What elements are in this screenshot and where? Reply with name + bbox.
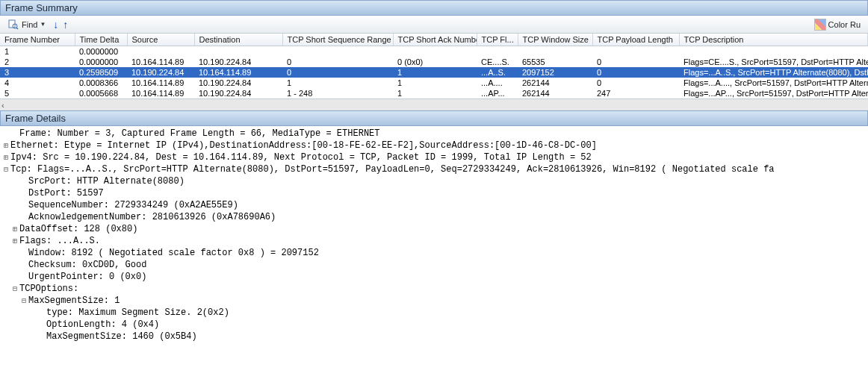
cell: 0.2598509: [75, 67, 127, 78]
expand-icon[interactable]: ⊞: [1, 140, 10, 152]
col-tcp-window[interactable]: TCP Window Size: [518, 34, 592, 46]
cell: 262144: [518, 88, 592, 98]
chevron-down-icon: ▼: [40, 21, 46, 28]
tree-line[interactable]: · Window: 8192 ( Negotiated scale factor…: [1, 247, 868, 259]
cell: 4: [0, 78, 75, 88]
tree-text: Ipv4: Src = 10.190.224.84, Dest = 10.164…: [10, 151, 592, 163]
tree-text: Window: 8192 ( Negotiated scale factor 0…: [28, 247, 319, 259]
find-next-button[interactable]: ↓: [53, 19, 58, 31]
cell: 0.0005668: [75, 88, 127, 98]
find-button[interactable]: Find ▼: [4, 18, 49, 31]
tree-line[interactable]: ⊞ Ethernet: Etype = Internet IP (IPv4),D…: [1, 140, 868, 151]
tree-line[interactable]: · MaxSegmentSize: 1460 (0x5B4): [1, 331, 868, 342]
tree-line[interactable]: ⊟ Tcp: Flags=...A..S., SrcPort=HTTP Alte…: [1, 163, 868, 175]
tree-text: Ethernet: Etype = Internet IP (IPv4),Des…: [10, 140, 597, 151]
tree-text: AcknowledgementNumber: 2810613926 (0xA78…: [28, 211, 276, 223]
cell: [679, 46, 868, 57]
color-rules-icon: [814, 19, 826, 31]
tree-text: TCPOptions:: [19, 283, 78, 295]
cell: 0: [592, 78, 679, 88]
cell: 0: [282, 67, 393, 78]
tree-text: MaxSegmentSize: 1: [28, 295, 120, 307]
cell: 2097152: [518, 67, 592, 78]
color-rules-button[interactable]: Color Ru: [811, 18, 864, 31]
tree-text: SrcPort: HTTP Alternate(8080): [28, 175, 185, 187]
col-tcp-ack[interactable]: TCP Short Ack Number: [393, 34, 477, 46]
cell: 0 (0x0): [393, 57, 477, 67]
col-source[interactable]: Source: [127, 34, 194, 46]
hscrollbar[interactable]: ‹: [0, 98, 868, 110]
expand-icon[interactable]: ⊞: [1, 152, 10, 164]
tree-line[interactable]: · Frame: Number = 3, Captured Frame Leng…: [1, 128, 868, 140]
tree-text: OptionLength: 4 (0x4): [46, 319, 159, 331]
table-row[interactable]: 20.000000010.164.114.8910.190.224.8400 (…: [0, 57, 868, 67]
collapse-icon[interactable]: ⊟: [19, 295, 28, 307]
collapse-icon[interactable]: ⊟: [1, 164, 10, 176]
frame-summary-table[interactable]: Frame Number Time Delta Source Destinati…: [0, 34, 868, 98]
col-tcp-flags[interactable]: TCP Fl...: [477, 34, 518, 46]
tree-text: DstPort: 51597: [28, 187, 104, 199]
tree-text: Checksum: 0xCD0D, Good: [28, 259, 146, 271]
tree-line[interactable]: ⊟ MaxSegmentSize: 1: [1, 295, 868, 307]
cell: 0: [282, 57, 393, 67]
find-prev-button[interactable]: ↑: [63, 19, 68, 31]
tree-text: type: Maximum Segment Size. 2(0x2): [46, 307, 229, 319]
cell: Flags=CE....S., SrcPort=51597, DstPort=H…: [679, 57, 868, 67]
tree-text: Tcp: Flags=...A..S., SrcPort=HTTP Altern…: [10, 163, 775, 175]
col-tcp-payload[interactable]: TCP Payload Length: [592, 34, 679, 46]
cell: Flags=...A...., SrcPort=51597, DstPort=H…: [679, 78, 868, 88]
tree-line[interactable]: · SrcPort: HTTP Alternate(8080): [1, 175, 868, 187]
tree-line[interactable]: · OptionLength: 4 (0x4): [1, 319, 868, 331]
tree-line[interactable]: · UrgentPointer: 0 (0x0): [1, 271, 868, 283]
table-row[interactable]: 30.259850910.190.224.8410.164.114.8901..…: [0, 67, 868, 78]
cell: 1: [393, 88, 477, 98]
col-tcp-description[interactable]: TCP Description: [679, 34, 868, 46]
cell: Flags=...A..S., SrcPort=HTTP Alternate(8…: [679, 67, 868, 78]
cell: 10.164.114.89: [194, 67, 282, 78]
col-destination[interactable]: Destination: [194, 34, 282, 46]
cell: [194, 46, 282, 57]
tree-line[interactable]: · DstPort: 51597: [1, 187, 868, 199]
expand-icon[interactable]: ⊞: [10, 236, 19, 248]
tree-line[interactable]: · Checksum: 0xCD0D, Good: [1, 259, 868, 271]
cell: [518, 46, 592, 57]
frame-details-tree[interactable]: · Frame: Number = 3, Captured Frame Leng…: [0, 126, 868, 344]
cell: [393, 46, 477, 57]
cell: 0.0008366: [75, 78, 127, 88]
col-tcp-seq-range[interactable]: TCP Short Sequence Range: [282, 34, 393, 46]
cell: [592, 46, 679, 57]
tree-line[interactable]: ⊞ Flags: ...A..S.: [1, 235, 868, 247]
cell: 0.0000000: [75, 57, 127, 67]
cell: 1: [0, 46, 75, 57]
cell: 5: [0, 88, 75, 98]
cell: ...A..S.: [477, 67, 518, 78]
cell: [127, 46, 194, 57]
tree-line[interactable]: ⊞ Ipv4: Src = 10.190.224.84, Dest = 10.1…: [1, 151, 868, 163]
cell: 10.190.224.84: [194, 88, 282, 98]
table-row[interactable]: 40.000836610.164.114.8910.190.224.8411..…: [0, 78, 868, 88]
col-time-delta[interactable]: Time Delta: [75, 34, 127, 46]
cell: [477, 46, 518, 57]
tree-line[interactable]: · SequenceNumber: 2729334249 (0xA2AE55E9…: [1, 199, 868, 211]
cell: Flags=...AP..., SrcPort=51597, DstPort=H…: [679, 88, 868, 98]
tree-line[interactable]: ⊞ DataOffset: 128 (0x80): [1, 223, 868, 235]
cell: 10.190.224.84: [194, 57, 282, 67]
tree-line[interactable]: · AcknowledgementNumber: 2810613926 (0xA…: [1, 211, 868, 223]
col-frame-number[interactable]: Frame Number: [0, 34, 75, 46]
table-row[interactable]: 10.0000000: [0, 46, 868, 57]
scroll-left-icon[interactable]: ‹: [1, 101, 4, 110]
cell: 65535: [518, 57, 592, 67]
cell: CE....S.: [477, 57, 518, 67]
cell: 2: [0, 57, 75, 67]
tree-line[interactable]: ⊟ TCPOptions:: [1, 283, 868, 295]
cell: 10.190.224.84: [194, 78, 282, 88]
expand-icon[interactable]: ⊞: [10, 224, 19, 236]
cell: 1: [282, 78, 393, 88]
cell: 0.0000000: [75, 46, 127, 57]
collapse-icon[interactable]: ⊟: [10, 284, 19, 295]
cell: 0: [592, 67, 679, 78]
tree-line[interactable]: · type: Maximum Segment Size. 2(0x2): [1, 307, 868, 319]
cell: 0: [592, 57, 679, 67]
tree-text: Flags: ...A..S.: [19, 235, 100, 247]
table-row[interactable]: 50.000566810.164.114.8910.190.224.841 - …: [0, 88, 868, 98]
